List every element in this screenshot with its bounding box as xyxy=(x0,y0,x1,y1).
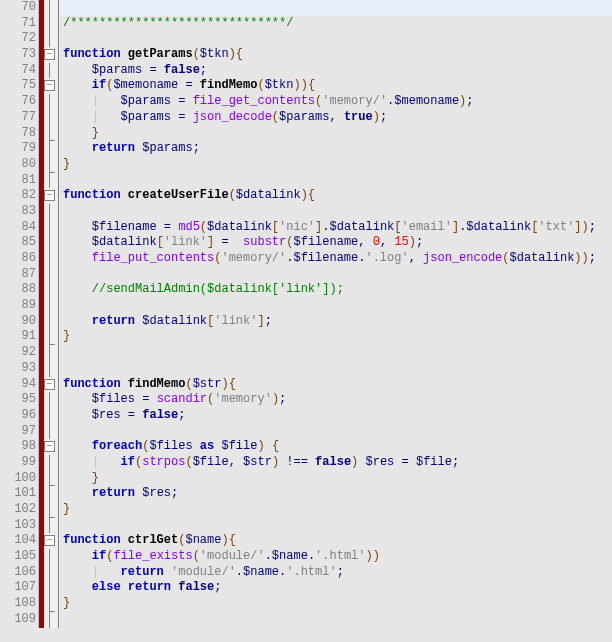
fold-gutter[interactable] xyxy=(44,173,59,189)
fold-gutter[interactable]: − xyxy=(44,533,59,549)
code-content[interactable] xyxy=(59,612,612,628)
code-line[interactable]: 76 | $params = file_get_contents('memory… xyxy=(0,94,612,110)
fold-toggle-icon[interactable]: − xyxy=(44,379,55,390)
code-line[interactable]: 106 | return 'module/'.$name.'.html'; xyxy=(0,565,612,581)
fold-gutter[interactable] xyxy=(44,16,59,32)
code-content[interactable]: } xyxy=(59,329,612,345)
fold-gutter[interactable] xyxy=(44,580,59,596)
code-content[interactable]: function findMemo($str){ xyxy=(59,377,612,393)
code-content[interactable]: | $params = json_decode($params, true); xyxy=(59,110,612,126)
code-content[interactable] xyxy=(59,204,612,220)
code-line[interactable]: 87 xyxy=(0,267,612,283)
code-line[interactable]: 105 if(file_exists('module/'.$name.'.htm… xyxy=(0,549,612,565)
code-content[interactable] xyxy=(59,345,612,361)
code-line[interactable]: 97 xyxy=(0,424,612,440)
fold-toggle-icon[interactable]: − xyxy=(44,80,55,91)
code-content[interactable]: $datalink['link'] = substr($filename, 0,… xyxy=(59,235,612,251)
code-line[interactable]: 108} xyxy=(0,596,612,612)
code-content[interactable]: return $datalink['link']; xyxy=(59,314,612,330)
code-content[interactable]: } xyxy=(59,502,612,518)
code-content[interactable]: return $res; xyxy=(59,486,612,502)
code-line[interactable]: 91} xyxy=(0,329,612,345)
code-line[interactable]: 71/******************************/ xyxy=(0,16,612,32)
code-content[interactable]: else return false; xyxy=(59,580,612,596)
code-content[interactable] xyxy=(59,424,612,440)
code-line[interactable]: 70 xyxy=(0,0,612,16)
fold-gutter[interactable] xyxy=(44,345,59,361)
code-content[interactable] xyxy=(59,518,612,534)
code-line[interactable]: 104−function ctrlGet($name){ xyxy=(0,533,612,549)
code-line[interactable]: 99 | if(strpos($file, $str) !== false) $… xyxy=(0,455,612,471)
code-line[interactable]: 95 $files = scandir('memory'); xyxy=(0,392,612,408)
code-line[interactable]: 92 xyxy=(0,345,612,361)
code-line[interactable]: 74 $params = false; xyxy=(0,63,612,79)
fold-gutter[interactable] xyxy=(44,141,59,157)
fold-gutter[interactable] xyxy=(44,157,59,173)
fold-gutter[interactable] xyxy=(44,471,59,487)
code-line[interactable]: 84 $filename = md5($datalink['nic'].$dat… xyxy=(0,220,612,236)
code-content[interactable]: } xyxy=(59,157,612,173)
fold-gutter[interactable] xyxy=(44,408,59,424)
code-line[interactable]: 83 xyxy=(0,204,612,220)
code-line[interactable]: 80} xyxy=(0,157,612,173)
code-line[interactable]: 72 xyxy=(0,31,612,47)
fold-gutter[interactable] xyxy=(44,518,59,534)
code-content[interactable]: } xyxy=(59,596,612,612)
code-content[interactable]: $params = false; xyxy=(59,63,612,79)
code-line[interactable]: 86 file_put_contents('memory/'.$filename… xyxy=(0,251,612,267)
code-line[interactable]: 90 return $datalink['link']; xyxy=(0,314,612,330)
code-content[interactable]: return $params; xyxy=(59,141,612,157)
code-line[interactable]: 78 } xyxy=(0,126,612,142)
fold-gutter[interactable] xyxy=(44,220,59,236)
fold-gutter[interactable]: − xyxy=(44,78,59,94)
code-content[interactable]: if(file_exists('module/'.$name.'.html')) xyxy=(59,549,612,565)
fold-gutter[interactable] xyxy=(44,267,59,283)
fold-gutter[interactable] xyxy=(44,314,59,330)
code-content[interactable]: /******************************/ xyxy=(59,16,612,32)
fold-gutter[interactable] xyxy=(44,392,59,408)
code-content[interactable]: } xyxy=(59,471,612,487)
fold-toggle-icon[interactable]: − xyxy=(44,441,55,452)
fold-gutter[interactable] xyxy=(44,612,59,628)
fold-gutter[interactable]: − xyxy=(44,47,59,63)
code-content[interactable]: foreach($files as $file) { xyxy=(59,439,612,455)
fold-gutter[interactable] xyxy=(44,455,59,471)
fold-gutter[interactable] xyxy=(44,31,59,47)
code-content[interactable] xyxy=(59,173,612,189)
code-line[interactable]: 77 | $params = json_decode($params, true… xyxy=(0,110,612,126)
code-content[interactable]: function ctrlGet($name){ xyxy=(59,533,612,549)
code-line[interactable]: 82−function createUserFile($datalink){ xyxy=(0,188,612,204)
code-line[interactable]: 75− if($memoname = findMemo($tkn)){ xyxy=(0,78,612,94)
fold-toggle-icon[interactable]: − xyxy=(44,49,55,60)
fold-gutter[interactable] xyxy=(44,502,59,518)
code-content[interactable]: | $params = file_get_contents('memory/'.… xyxy=(59,94,612,110)
fold-gutter[interactable] xyxy=(44,329,59,345)
code-content[interactable]: file_put_contents('memory/'.$filename.'.… xyxy=(59,251,612,267)
fold-gutter[interactable]: − xyxy=(44,188,59,204)
fold-gutter[interactable] xyxy=(44,0,59,16)
code-line[interactable]: 81 xyxy=(0,173,612,189)
code-content[interactable]: if($memoname = findMemo($tkn)){ xyxy=(59,78,612,94)
fold-gutter[interactable] xyxy=(44,565,59,581)
fold-gutter[interactable] xyxy=(44,126,59,142)
code-content[interactable] xyxy=(59,31,612,47)
code-line[interactable]: 109 xyxy=(0,612,612,628)
fold-gutter[interactable] xyxy=(44,94,59,110)
code-content[interactable] xyxy=(59,361,612,377)
code-line[interactable]: 107 else return false; xyxy=(0,580,612,596)
fold-gutter[interactable] xyxy=(44,235,59,251)
fold-gutter[interactable]: − xyxy=(44,377,59,393)
fold-gutter[interactable] xyxy=(44,486,59,502)
code-content[interactable]: } xyxy=(59,126,612,142)
fold-gutter[interactable] xyxy=(44,361,59,377)
fold-gutter[interactable] xyxy=(44,549,59,565)
code-line[interactable]: 102} xyxy=(0,502,612,518)
code-line[interactable]: 101 return $res; xyxy=(0,486,612,502)
code-content[interactable] xyxy=(59,0,612,16)
code-content[interactable]: $files = scandir('memory'); xyxy=(59,392,612,408)
code-content[interactable] xyxy=(59,298,612,314)
code-content[interactable]: $filename = md5($datalink['nic'].$datali… xyxy=(59,220,612,236)
code-content[interactable]: | if(strpos($file, $str) !== false) $res… xyxy=(59,455,612,471)
code-content[interactable] xyxy=(59,267,612,283)
fold-gutter[interactable] xyxy=(44,63,59,79)
